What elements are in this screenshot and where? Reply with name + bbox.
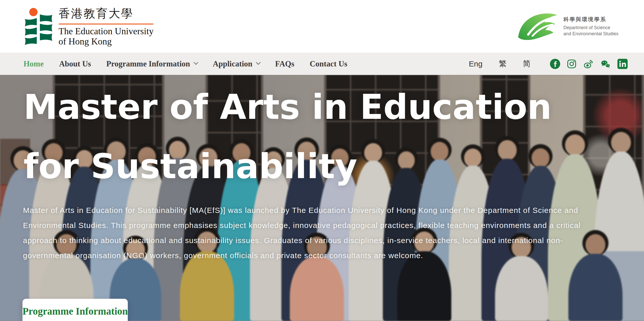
- chevron-down-icon: [193, 60, 198, 65]
- eduhk-logo-english: The Education University of Hong Kong: [59, 26, 154, 47]
- nav-item-programme-information[interactable]: Programme Information: [106, 59, 197, 68]
- nav-item-application[interactable]: Application: [213, 59, 260, 68]
- linkedin-icon[interactable]: [617, 59, 628, 69]
- nav-right: Eng 繁 简: [469, 59, 628, 69]
- wechat-icon[interactable]: [600, 59, 611, 69]
- chevron-down-icon: [256, 60, 260, 65]
- dept-logo-chinese: 科學與環境學系: [564, 16, 618, 23]
- instagram-icon[interactable]: [567, 59, 577, 69]
- nav-item-contact-us[interactable]: Contact Us: [310, 59, 347, 68]
- main-nav: Home About Us Programme Information Appl…: [0, 53, 644, 75]
- hero-section: Master of Arts in Education for Sustaina…: [0, 75, 644, 321]
- nav-item-faqs[interactable]: FAQs: [275, 59, 294, 68]
- weibo-icon[interactable]: [583, 59, 594, 69]
- site-header: 香港教育大學 The Education University of Hong …: [0, 0, 644, 53]
- dept-logo-english: Department of Science and Environmental …: [564, 25, 618, 37]
- nav-item-home[interactable]: Home: [24, 59, 44, 68]
- language-simplified-chinese[interactable]: 简: [523, 59, 531, 69]
- social-links: [550, 59, 628, 69]
- hero-title-line-1: Master of Arts in Education: [24, 77, 552, 137]
- hero-description: Master of Arts in Education for Sustaina…: [23, 203, 588, 263]
- dept-logo-icon: [516, 12, 559, 41]
- facebook-icon[interactable]: [550, 59, 560, 69]
- nav-links: Home About Us Programme Information Appl…: [24, 59, 347, 68]
- eduhk-logo-icon: [24, 8, 53, 45]
- nav-item-about-us[interactable]: About Us: [59, 59, 91, 68]
- hero-title: Master of Arts in Education for Sustaina…: [24, 77, 552, 196]
- eduhk-logo[interactable]: 香港教育大學 The Education University of Hong …: [24, 6, 154, 47]
- programme-information-button[interactable]: Programme Information: [22, 299, 128, 321]
- hero-title-line-2: for Sustainability: [24, 137, 552, 196]
- language-eng[interactable]: Eng: [469, 60, 482, 68]
- language-traditional-chinese[interactable]: 繁: [499, 59, 507, 69]
- eduhk-logo-chinese: 香港教育大學: [59, 6, 154, 21]
- dept-logo[interactable]: 科學與環境學系 Department of Science and Enviro…: [516, 12, 618, 41]
- hero-content: Master of Arts in Education for Sustaina…: [0, 75, 644, 321]
- eduhk-logo-divider: [59, 24, 154, 25]
